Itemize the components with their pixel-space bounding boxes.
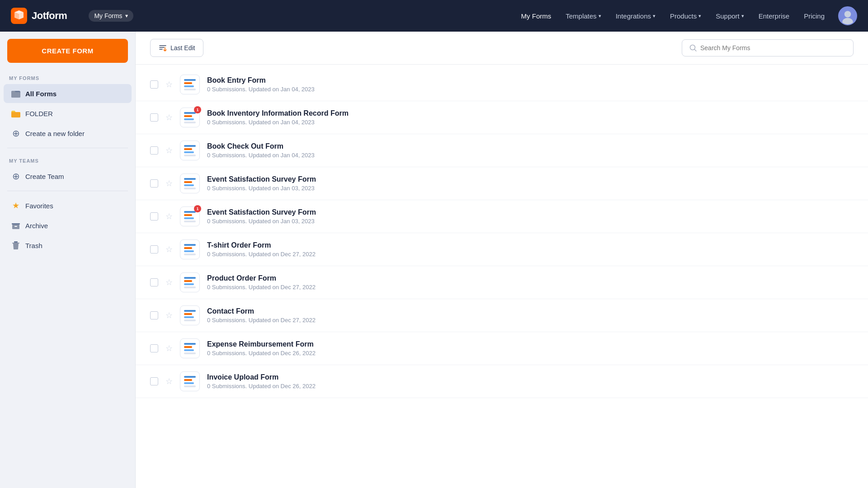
sidebar-divider-1 [7,148,128,148]
search-box[interactable] [682,39,854,56]
nav-products[interactable]: Products ▾ [664,9,708,23]
star-icon-9[interactable]: ☆ [165,376,173,386]
logo-text: Jotform [32,10,67,22]
svg-rect-10 [14,241,18,243]
notification-dot-1: 1 [194,106,201,113]
form-checkbox-0[interactable] [150,80,158,89]
form-icon-1: 1 [180,108,200,127]
form-title-6: Product Order Form [207,274,854,282]
form-checkbox-1[interactable] [150,113,158,122]
nav-templates[interactable]: Templates ▾ [559,9,607,23]
nav-integrations[interactable]: Integrations ▾ [609,9,662,23]
sidebar-divider-2 [7,191,128,191]
user-avatar[interactable] [838,6,857,25]
form-row[interactable]: ☆ Product Order Form 0 Submissions. Upda… [136,266,868,299]
avatar-image [839,6,856,25]
form-row[interactable]: ☆ 1 Book Inventory Information Record Fo… [136,101,868,134]
star-icon-6[interactable]: ☆ [165,277,173,287]
integrations-caret-icon: ▾ [653,13,656,19]
form-row[interactable]: ☆ Book Entry Form 0 Submissions. Updated… [136,68,868,101]
star-icon-2[interactable]: ☆ [165,145,173,155]
form-title-0: Book Entry Form [207,76,854,84]
form-info-6: Product Order Form 0 Submissions. Update… [207,274,854,291]
sidebar-item-trash[interactable]: Trash [4,236,132,255]
forms-list: ☆ Book Entry Form 0 Submissions. Updated… [136,65,868,488]
svg-rect-6 [11,112,20,117]
star-icon-0[interactable]: ☆ [165,80,173,89]
form-icon-6 [180,272,200,292]
notification-dot-4: 1 [194,205,201,212]
form-checkbox-4[interactable] [150,212,158,221]
form-meta-1: 0 Submissions. Updated on Jan 04, 2023 [207,119,854,126]
support-caret-icon: ▾ [741,13,744,19]
jotform-logo-icon [11,8,27,24]
form-row[interactable]: ☆ 1 Event Satisfaction Survey Form 0 Sub… [136,200,868,233]
nav-my-forms[interactable]: My Forms [515,9,558,23]
trash-icon [11,240,21,250]
workspace-chevron-icon: ▾ [125,13,128,19]
create-team-button[interactable]: ⊕ Create Team [4,167,132,186]
form-title-2: Book Check Out Form [207,142,854,150]
form-checkbox-2[interactable] [150,146,158,155]
form-title-4: Event Satisfaction Survey Form [207,208,854,216]
create-form-button[interactable]: CREATE FORM [7,39,128,63]
svg-rect-11 [12,243,19,244]
sidebar-item-archive[interactable]: Archive [4,216,132,235]
logo-area[interactable]: Jotform [11,8,67,24]
form-row[interactable]: ☆ Contact Form 0 Submissions. Updated on… [136,299,868,332]
star-icon-4[interactable]: ☆ [165,211,173,221]
my-teams-section-label: MY TEAMS [0,153,135,166]
nav-links: My Forms Templates ▾ Integrations ▾ Prod… [515,6,857,25]
form-info-1: Book Inventory Information Record Form 0… [207,109,854,126]
star-icon-8[interactable]: ☆ [165,343,173,353]
form-title-8: Expense Reimbursement Form [207,340,854,348]
sidebar-item-all-forms[interactable]: All Forms [4,84,132,103]
form-checkbox-5[interactable] [150,245,158,253]
form-checkbox-7[interactable] [150,311,158,319]
star-icon-1[interactable]: ☆ [165,113,173,122]
form-icon-0 [180,75,200,94]
svg-point-2 [844,11,851,17]
form-meta-7: 0 Submissions. Updated on Dec 27, 2022 [207,317,854,324]
star-icon-3[interactable]: ☆ [165,178,173,188]
form-checkbox-6[interactable] [150,278,158,286]
form-title-9: Invoice Upload Form [207,373,854,381]
form-title-3: Event Satisfaction Survey Form [207,175,854,183]
form-checkbox-3[interactable] [150,179,158,188]
nav-pricing[interactable]: Pricing [797,9,831,23]
create-folder-label: Create a new folder [25,130,85,137]
sidebar-item-favorites[interactable]: ★ Favorites [4,196,132,215]
nav-support[interactable]: Support ▾ [709,9,750,23]
create-team-icon: ⊕ [11,171,21,181]
form-meta-2: 0 Submissions. Updated on Jan 04, 2023 [207,152,854,159]
nav-enterprise[interactable]: Enterprise [752,9,796,23]
svg-rect-7 [12,223,20,225]
form-title-1: Book Inventory Information Record Form [207,109,854,117]
sidebar-item-folder[interactable]: FOLDER [4,104,132,123]
svg-rect-5 [11,92,20,98]
last-edit-button[interactable]: Last Edit [150,39,203,57]
my-forms-section-label: MY FORMS [0,70,135,84]
form-info-2: Book Check Out Form 0 Submissions. Updat… [207,142,854,159]
form-checkbox-9[interactable] [150,377,158,385]
all-forms-label: All Forms [25,90,57,98]
search-icon [689,44,697,52]
star-icon-5[interactable]: ☆ [165,244,173,254]
main-content: Last Edit ☆ Book En [136,32,868,488]
form-meta-8: 0 Submissions. Updated on Dec 26, 2022 [207,350,854,357]
form-info-9: Invoice Upload Form 0 Submissions. Updat… [207,373,854,389]
form-row[interactable]: ☆ Event Satisfaction Survey Form 0 Submi… [136,167,868,200]
search-input[interactable] [700,44,846,52]
sidebar: CREATE FORM MY FORMS All Forms FOLDER [0,32,136,488]
workspace-label: My Forms [94,12,122,19]
form-row[interactable]: ☆ Book Check Out Form 0 Submissions. Upd… [136,134,868,167]
create-folder-button[interactable]: ⊕ Create a new folder [4,124,132,143]
folder-label: FOLDER [25,110,53,117]
form-row[interactable]: ☆ Expense Reimbursement Form 0 Submissio… [136,332,868,365]
form-row[interactable]: ☆ T-shirt Order Form 0 Submissions. Upda… [136,233,868,266]
content-header: Last Edit [136,32,868,65]
workspace-selector[interactable]: My Forms ▾ [89,10,133,22]
form-row[interactable]: ☆ Invoice Upload Form 0 Submissions. Upd… [136,365,868,398]
form-checkbox-8[interactable] [150,344,158,352]
star-icon-7[interactable]: ☆ [165,310,173,320]
